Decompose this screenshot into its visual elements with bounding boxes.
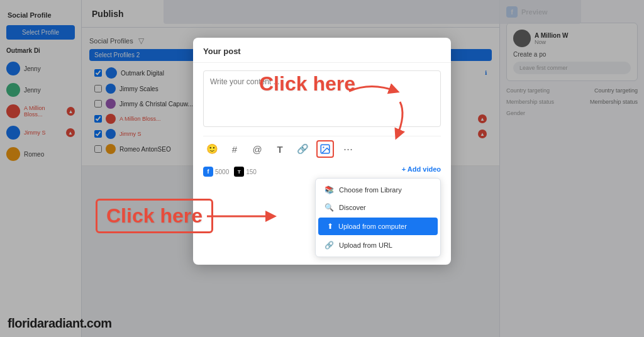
counts-row: f 5000 T 150 bbox=[203, 167, 257, 177]
counts-video-row: f 5000 T 150 + Add video bbox=[203, 162, 441, 177]
fb-count: f 5000 bbox=[203, 167, 229, 177]
dropdown-item-label: Upload from computer bbox=[338, 223, 407, 230]
more-icon[interactable]: ⋯ bbox=[339, 140, 357, 158]
fb-count-value: 5000 bbox=[215, 168, 229, 175]
discover-icon: 🔍 bbox=[325, 203, 334, 212]
tiktok-icon: T bbox=[234, 167, 244, 177]
modal-header: Your post bbox=[193, 38, 451, 63]
arrow-right-bottom bbox=[204, 207, 279, 226]
dropdown-choose-library[interactable]: 📚 Choose from Library bbox=[316, 181, 440, 199]
add-video-btn[interactable]: + Add video bbox=[402, 165, 441, 173]
arrow-right-top bbox=[346, 79, 402, 104]
image-icon[interactable] bbox=[316, 140, 334, 158]
toolbar-row: 🙂 # @ T 🔗 ⋯ bbox=[203, 136, 441, 162]
url-icon: 🔗 bbox=[325, 241, 334, 250]
modal-container: Your post 🙂 # @ T 🔗 ⋯ bbox=[193, 13, 451, 265]
text-format-icon[interactable]: T bbox=[271, 140, 289, 158]
fb-icon: f bbox=[203, 167, 213, 177]
hashtag-icon[interactable]: # bbox=[226, 140, 243, 158]
upload-icon: ⬆ bbox=[327, 222, 333, 231]
svg-point-1 bbox=[323, 146, 324, 148]
click-here-top-label: Click here bbox=[259, 72, 355, 95]
click-here-bottom-box: Click here bbox=[96, 199, 213, 233]
bottom-url: floridaradiant.com bbox=[8, 316, 111, 331]
library-icon: 📚 bbox=[325, 185, 334, 194]
tk-count-value: 150 bbox=[246, 168, 257, 175]
dropdown-upload-computer[interactable]: ⬆ Upload from computer bbox=[318, 218, 438, 235]
video-dropdown: 📚 Choose from Library 🔍 Discover ⬆ Uploa… bbox=[315, 178, 441, 257]
tk-count: T 150 bbox=[234, 167, 257, 177]
emoji-icon[interactable]: 🙂 bbox=[203, 140, 221, 158]
click-here-top-annotation: Click here bbox=[259, 72, 355, 96]
dropdown-item-label: Upload from URL bbox=[339, 241, 392, 249]
dropdown-item-label: Choose from Library bbox=[339, 186, 402, 194]
mention-icon[interactable]: @ bbox=[248, 140, 266, 158]
dropdown-item-label: Discover bbox=[339, 204, 366, 211]
click-here-bottom-annotation: Click here bbox=[96, 199, 213, 233]
link-icon[interactable]: 🔗 bbox=[294, 140, 311, 158]
dropdown-upload-url[interactable]: 🔗 Upload from URL bbox=[316, 236, 440, 254]
modal-overlay: Your post 🙂 # @ T 🔗 ⋯ bbox=[0, 0, 644, 337]
dropdown-discover[interactable]: 🔍 Discover bbox=[316, 199, 440, 216]
modal-title: Your post bbox=[203, 47, 441, 56]
click-here-bottom-label: Click here bbox=[106, 204, 203, 227]
